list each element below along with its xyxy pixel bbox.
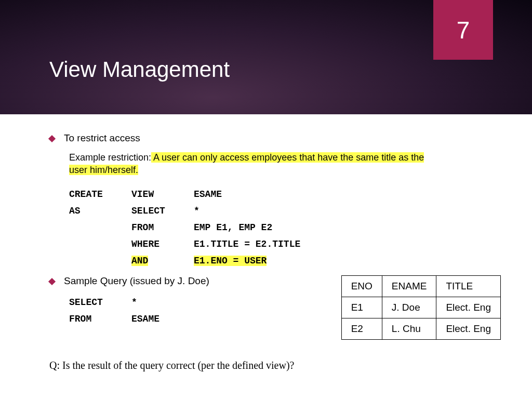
code-cell: AND (131, 252, 194, 269)
code-row: WHERE E1.TITLE = E2.TITLE (69, 236, 321, 252)
code-row: FROM ESAME (69, 311, 194, 327)
slide-content: To restrict access Example restriction: … (0, 114, 532, 371)
highlighted-text: user him/herself. (69, 165, 138, 175)
sample-left-col: Sample Query (issued by J. Doe) SELECT *… (49, 275, 336, 327)
table-cell: E2 (341, 318, 382, 339)
example-label: Example restriction: (69, 152, 151, 163)
code-cell: ESAME (194, 186, 321, 203)
bullet-text: To restrict access (64, 132, 140, 144)
code-cell: EMP E1, EMP E2 (194, 219, 321, 236)
sample-query-row: Sample Query (issued by J. Doe) SELECT *… (49, 275, 501, 340)
table-header: ENAME (382, 275, 436, 297)
table-cell: Elect. Eng (436, 318, 501, 339)
code-row: AND E1.ENO = USER (69, 252, 321, 269)
result-table: ENO ENAME TITLE E1 J. Doe Elect. Eng E2 … (341, 275, 501, 340)
table-cell: E1 (341, 297, 382, 318)
question-text: Q: Is the result of the query correct (p… (49, 360, 501, 371)
table-cell: L. Chu (382, 318, 436, 339)
bullet-item: To restrict access (49, 132, 501, 144)
code-cell: AS (69, 203, 131, 219)
code-cell: CREATE (69, 186, 131, 203)
code-cell: SELECT (69, 294, 131, 311)
create-view-code: CREATE VIEW ESAME AS SELECT * FROM EMP E… (69, 186, 321, 269)
code-cell: FROM (69, 311, 131, 327)
table-cell: Elect. Eng (436, 297, 501, 318)
code-cell: WHERE (131, 236, 194, 252)
code-cell: E1.ENO = USER (194, 252, 321, 269)
highlighted-text: A user can only access employees that ha… (151, 152, 424, 163)
table-cell: J. Doe (382, 297, 436, 318)
code-cell: * (131, 294, 194, 311)
bullet-text: Sample Query (issued by J. Doe) (64, 275, 209, 287)
code-cell: VIEW (131, 186, 194, 203)
sample-query-code: SELECT * FROM ESAME (69, 294, 194, 327)
diamond-bullet-icon (48, 278, 56, 285)
code-row: AS SELECT * (69, 203, 321, 219)
table-header: TITLE (436, 275, 501, 297)
code-cell: * (194, 203, 321, 219)
slide-header: 7 View Management (0, 0, 532, 114)
diamond-bullet-icon (48, 135, 56, 142)
code-cell: E1.TITLE = E2.TITLE (194, 236, 321, 252)
page-number: 7 (457, 16, 470, 44)
code-cell: FROM (131, 219, 194, 236)
code-row: CREATE VIEW ESAME (69, 186, 321, 203)
code-cell: ESAME (131, 311, 194, 327)
code-row: SELECT * (69, 294, 194, 311)
table-header: ENO (341, 275, 382, 297)
table-row: E1 J. Doe Elect. Eng (341, 297, 500, 318)
page-number-badge: 7 (433, 0, 493, 60)
table-header-row: ENO ENAME TITLE (341, 275, 500, 297)
example-restriction: Example restriction: A user can only acc… (69, 151, 501, 177)
code-row: FROM EMP E1, EMP E2 (69, 219, 321, 236)
slide-title: View Management (49, 57, 230, 82)
table-row: E2 L. Chu Elect. Eng (341, 318, 500, 339)
bullet-item: Sample Query (issued by J. Doe) (49, 275, 336, 287)
code-cell: SELECT (131, 203, 194, 219)
